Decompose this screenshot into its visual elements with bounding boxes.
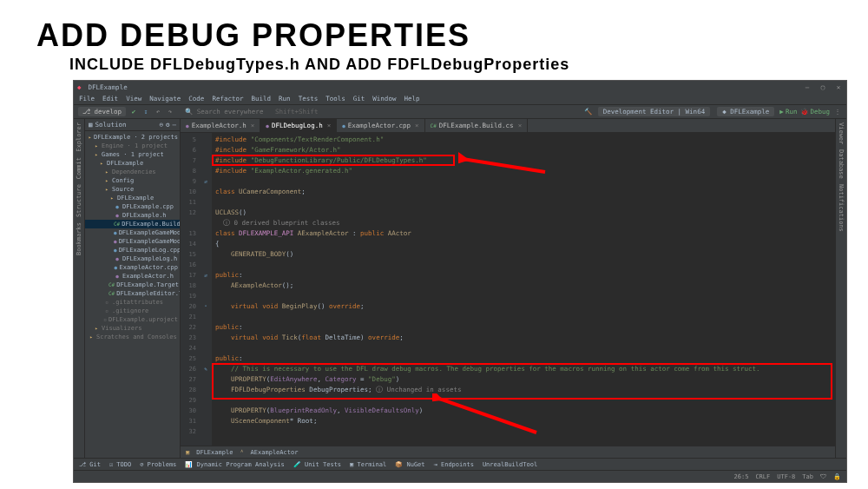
toolbar: ⎇ develop ✔ ↧ ↶ ↷ 🔍 Search everywhere Sh… [74,105,846,119]
project-tree[interactable]: ▸DFLExample · 2 projects▸Engine · 1 proj… [85,131,180,458]
tree-node[interactable]: C#DFLExample.Build.cs [85,220,180,228]
tree-node[interactable]: ▸Scratches and Consoles [85,333,180,341]
titlebar: ◆ DFLExample — ▢ ✕ [74,81,846,93]
tree-node[interactable]: ▸DFLExample [85,194,180,202]
right-tab[interactable]: Database [838,149,845,179]
sidebar-title: Solution [95,121,127,129]
bottom-tab[interactable]: 📊 Dynamic Program Analysis [185,461,284,468]
tree-node[interactable]: C#DFLExampleEditor.Target.cs [85,289,180,298]
menu-item[interactable]: File [79,95,95,102]
statusbar: 26:5 CRLF UTF-8 Tab 🛡 🔒 [74,470,846,482]
hide-icon[interactable]: — [172,121,176,129]
crumb-item[interactable]: AExampleActor [251,449,299,456]
breadcrumb[interactable]: ▣ DFLExample ᴬ AExampleActor [181,446,835,458]
tree-node[interactable]: ▸Config [85,176,180,185]
menu-item[interactable]: Run [279,95,291,102]
editor-tab[interactable]: ●ExampleActor.cpp× [337,119,424,132]
tree-node[interactable]: ●DFLExampleGameModeBase.cpp [85,228,180,237]
more-icon[interactable]: ⋮ [833,108,842,116]
bottom-tab[interactable]: ⎇ Git [79,461,101,468]
tree-node[interactable]: ▸DFLExample · 2 projects [85,133,180,142]
close-tab-icon[interactable]: × [415,122,419,129]
glyph-margin: ⇄⇄ᵒ✎ [200,133,212,446]
menu-item[interactable]: Tools [326,95,345,102]
line-number-gutter: 5678910111213141516171819202122232425262… [181,133,200,446]
bottom-tab[interactable]: ☑ TODO [109,461,131,468]
menubar: File Edit View Navigate Code Refactor Bu… [74,93,846,105]
bottom-tool-strip: ⎇ Git ☑ TODO ⊘ Problems 📊 Dynamic Progra… [74,458,846,470]
update-icon[interactable]: ↧ [141,108,150,116]
bottom-tab[interactable]: UnrealBuildTool [483,461,537,468]
tree-node[interactable]: ▫.gitattributes [85,298,180,307]
debug-button[interactable]: 🐞 Debug [800,108,830,116]
menu-item[interactable]: Build [252,95,272,102]
tree-node[interactable]: ●DFLExample.h [85,211,180,220]
right-tool-strip: Viewer Database Notifications [835,119,846,458]
left-tab[interactable]: Commit [76,157,82,179]
left-tab[interactable]: Bookmarks [76,222,82,255]
bottom-tab[interactable]: 📦 NuGet [395,461,424,468]
collapse-icon[interactable]: ⊖ [159,121,163,129]
close-icon[interactable]: ✕ [834,83,843,91]
menu-item[interactable]: Window [372,95,396,102]
bottom-tab[interactable]: ▣ Terminal [350,461,386,468]
bottom-tab[interactable]: 🧪 Unit Tests [293,461,341,468]
close-tab-icon[interactable]: × [251,122,255,129]
vcs-branch[interactable]: ⎇ develop [78,107,126,116]
menu-item[interactable]: Navigate [149,95,181,102]
undo-icon[interactable]: ↶ [154,108,162,116]
tree-node[interactable]: ▸Games · 1 project [85,150,180,159]
left-tab[interactable]: Structure [76,184,82,217]
tree-node[interactable]: ▸DFLExample [85,159,180,168]
tree-node[interactable]: ●DFLExampleGameModeBase.h [85,237,180,246]
menu-item[interactable]: Edit [102,95,118,102]
tree-node[interactable]: ●ExampleActor.h [85,272,180,281]
encoding[interactable]: UTF-8 [777,473,795,480]
gear-icon[interactable]: ⚙ [166,121,170,129]
tree-node[interactable]: C#DFLExample.Target.cs [85,281,180,289]
tree-node[interactable]: ▸Source [85,185,180,194]
indent[interactable]: Tab [802,473,813,480]
left-tab[interactable]: Explorer [76,122,82,152]
tree-node[interactable]: ▫.gitignore [85,307,180,315]
tree-node[interactable]: ●DFLExampleLog.cpp [85,246,180,254]
tree-node[interactable]: ▫DFLExample.uproject [85,315,180,324]
editor-tab[interactable]: ●DFLDebugLog.h× [260,119,337,132]
crumb-item[interactable]: DFLExample [196,449,233,456]
menu-item[interactable]: Help [404,95,419,102]
editor-tab[interactable]: C#DFLExample.Build.cs× [425,119,529,132]
right-tab[interactable]: Notifications [838,184,845,232]
tree-node[interactable]: ▸Engine · 1 project [85,142,180,150]
hammer-icon[interactable]: 🔨 [584,108,593,116]
tree-node[interactable]: ●DFLExampleLog.h [85,254,180,263]
close-tab-icon[interactable]: × [327,122,332,129]
run-button[interactable]: ▶ Run [779,108,797,116]
commit-icon[interactable]: ✔ [129,108,138,116]
app-icon: ◆ [77,83,82,91]
tree-node[interactable]: ▸Dependencies [85,168,180,176]
right-tab[interactable]: Viewer [838,122,845,144]
redo-icon[interactable]: ↷ [166,108,174,116]
run-config[interactable]: Development Editor | Win64 [598,107,710,116]
editor-tab[interactable]: ●ExampleActor.h× [181,119,260,132]
tree-node[interactable]: ●ExampleActor.cpp [85,263,180,272]
editor-tabs: ●ExampleActor.h×●DFLDebugLog.h×●ExampleA… [181,119,835,133]
minimize-icon[interactable]: — [803,83,812,91]
source-text[interactable]: #include "Components/TextRenderComponent… [212,133,835,446]
tree-node[interactable]: ●DFLExample.cpp [85,202,180,211]
maximize-icon[interactable]: ▢ [819,83,827,91]
run-target[interactable]: ◆ DFLExample [717,107,774,116]
menu-item[interactable]: Refactor [212,95,243,102]
code-editor[interactable]: 5678910111213141516171819202122232425262… [181,133,835,446]
eol[interactable]: CRLF [755,473,770,480]
menu-item[interactable]: Tests [299,95,319,102]
close-tab-icon[interactable]: × [518,122,523,129]
search-hint[interactable]: 🔍 Search everywhere Shift+Shift [185,108,319,116]
menu-item[interactable]: Git [353,95,365,102]
bottom-tab[interactable]: ⇥ Endpoints [434,461,474,468]
bottom-tab[interactable]: ⊘ Problems [140,461,176,468]
menu-item[interactable]: View [126,95,141,102]
menu-item[interactable]: Code [188,95,204,102]
tree-node[interactable]: ▸Visualizers [85,324,180,333]
security-icon[interactable]: 🛡 [820,473,826,480]
